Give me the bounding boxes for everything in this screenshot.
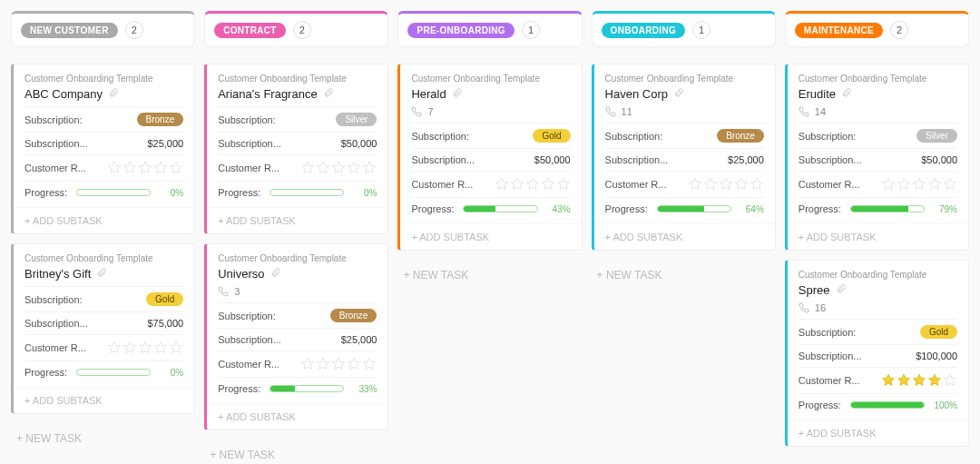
star-rating[interactable] — [495, 177, 571, 192]
star-icon[interactable] — [943, 373, 957, 388]
star-icon[interactable] — [107, 161, 122, 175]
star-icon[interactable] — [153, 161, 168, 175]
card-title[interactable]: ABC Company — [24, 87, 103, 101]
star-icon[interactable] — [750, 177, 764, 192]
progress-bar[interactable] — [850, 205, 925, 212]
star-icon[interactable] — [138, 161, 152, 175]
star-icon[interactable] — [556, 177, 571, 192]
star-icon[interactable] — [703, 177, 718, 192]
star-icon[interactable] — [943, 177, 957, 192]
star-icon[interactable] — [122, 341, 137, 355]
attachment-icon[interactable] — [96, 267, 107, 281]
add-subtask-button[interactable]: + ADD SUBTASK — [788, 223, 968, 250]
star-icon[interactable] — [897, 373, 911, 388]
star-icon[interactable] — [719, 177, 733, 192]
attachment-icon[interactable] — [108, 87, 119, 101]
star-icon[interactable] — [541, 177, 555, 192]
star-icon[interactable] — [912, 177, 926, 192]
task-card[interactable]: Customer Onboarding Template Erudite 14 … — [785, 64, 969, 251]
new-task-button[interactable]: + NEW TASK — [11, 423, 195, 454]
column-status-pill[interactable]: MAINTENANCE — [795, 23, 883, 38]
progress-bar[interactable] — [463, 205, 537, 212]
star-icon[interactable] — [138, 341, 152, 355]
column-header[interactable]: CONTRACT 2 — [204, 11, 388, 47]
progress-bar[interactable] — [76, 189, 151, 196]
star-icon[interactable] — [362, 357, 377, 371]
task-card[interactable]: Customer Onboarding Template Haven Corp … — [592, 64, 776, 251]
star-icon[interactable] — [347, 357, 361, 371]
star-icon[interactable] — [897, 177, 911, 192]
add-subtask-button[interactable]: + ADD SUBTASK — [207, 207, 387, 233]
star-icon[interactable] — [300, 357, 315, 371]
star-icon[interactable] — [316, 161, 330, 175]
tier-badge[interactable]: Silver — [916, 129, 957, 143]
star-icon[interactable] — [169, 161, 183, 175]
add-subtask-button[interactable]: + ADD SUBTASK — [400, 223, 581, 250]
star-icon[interactable] — [107, 341, 122, 355]
star-icon[interactable] — [688, 177, 702, 192]
column-status-pill[interactable]: PRE-ONBOARDING — [407, 23, 514, 38]
attachment-icon[interactable] — [673, 87, 684, 101]
task-card[interactable]: Customer Onboarding Template Ariana's Fr… — [204, 64, 388, 234]
card-title[interactable]: Erudite — [799, 87, 836, 101]
tier-badge[interactable]: Bronze — [137, 113, 184, 126]
attachment-icon[interactable] — [452, 87, 463, 101]
star-icon[interactable] — [510, 177, 524, 192]
star-icon[interactable] — [300, 161, 315, 175]
tier-badge[interactable]: Gold — [920, 325, 957, 339]
star-icon[interactable] — [495, 177, 509, 192]
star-icon[interactable] — [153, 341, 168, 355]
column-status-pill[interactable]: CONTRACT — [214, 23, 286, 38]
star-rating[interactable] — [881, 177, 957, 192]
new-task-button[interactable]: + NEW TASK — [397, 260, 582, 291]
card-title[interactable]: Haven Corp — [605, 87, 668, 101]
star-rating[interactable] — [300, 161, 377, 175]
star-icon[interactable] — [927, 177, 942, 192]
new-task-button[interactable]: + NEW TASK — [204, 439, 388, 464]
star-icon[interactable] — [912, 373, 926, 388]
new-task-button[interactable]: + NEW TASK — [592, 260, 776, 291]
task-card[interactable]: Customer Onboarding Template Britney's G… — [11, 243, 195, 414]
star-icon[interactable] — [362, 161, 377, 175]
star-rating[interactable] — [107, 341, 183, 355]
tier-badge[interactable]: Silver — [336, 113, 377, 126]
column-header[interactable]: ONBOARDING 1 — [592, 11, 776, 47]
attachment-icon[interactable] — [323, 87, 334, 101]
task-card[interactable]: Customer Onboarding Template Herald 7 Su… — [397, 64, 582, 251]
star-icon[interactable] — [927, 373, 942, 388]
progress-bar[interactable] — [850, 401, 925, 409]
column-header[interactable]: PRE-ONBOARDING 1 — [397, 11, 582, 47]
star-icon[interactable] — [331, 357, 346, 371]
star-icon[interactable] — [331, 161, 346, 175]
star-icon[interactable] — [169, 341, 183, 355]
star-icon[interactable] — [347, 161, 361, 175]
add-subtask-button[interactable]: + ADD SUBTASK — [14, 387, 194, 413]
tier-badge[interactable]: Gold — [533, 129, 570, 143]
tier-badge[interactable]: Bronze — [330, 309, 377, 322]
card-title[interactable]: Herald — [411, 87, 446, 101]
task-card[interactable]: Customer Onboarding Template ABC Company… — [11, 64, 195, 234]
card-title[interactable]: Britney's Gift — [24, 267, 91, 281]
attachment-icon[interactable] — [836, 283, 847, 297]
star-icon[interactable] — [881, 373, 896, 388]
add-subtask-button[interactable]: + ADD SUBTASK — [788, 420, 968, 446]
attachment-icon[interactable] — [841, 87, 852, 101]
column-header[interactable]: MAINTENANCE 2 — [785, 11, 969, 47]
progress-bar[interactable] — [76, 369, 151, 376]
tier-badge[interactable]: Gold — [146, 292, 183, 306]
add-subtask-button[interactable]: + ADD SUBTASK — [594, 223, 775, 250]
task-card[interactable]: Customer Onboarding Template Universo 3 … — [204, 243, 388, 430]
column-status-pill[interactable]: NEW CUSTOMER — [21, 23, 118, 38]
card-title[interactable]: Spree — [799, 283, 830, 297]
star-rating[interactable] — [300, 357, 377, 371]
progress-bar[interactable] — [270, 385, 344, 392]
star-rating[interactable] — [688, 177, 764, 192]
add-subtask-button[interactable]: + ADD SUBTASK — [14, 207, 194, 233]
card-title[interactable]: Ariana's Fragrance — [218, 87, 317, 101]
column-header[interactable]: NEW CUSTOMER 2 — [11, 11, 195, 47]
task-card[interactable]: Customer Onboarding Template Spree 16 Su… — [785, 260, 969, 447]
progress-bar[interactable] — [270, 189, 344, 196]
column-status-pill[interactable]: ONBOARDING — [602, 23, 685, 38]
add-subtask-button[interactable]: + ADD SUBTASK — [207, 403, 387, 429]
card-title[interactable]: Universo — [218, 267, 264, 281]
